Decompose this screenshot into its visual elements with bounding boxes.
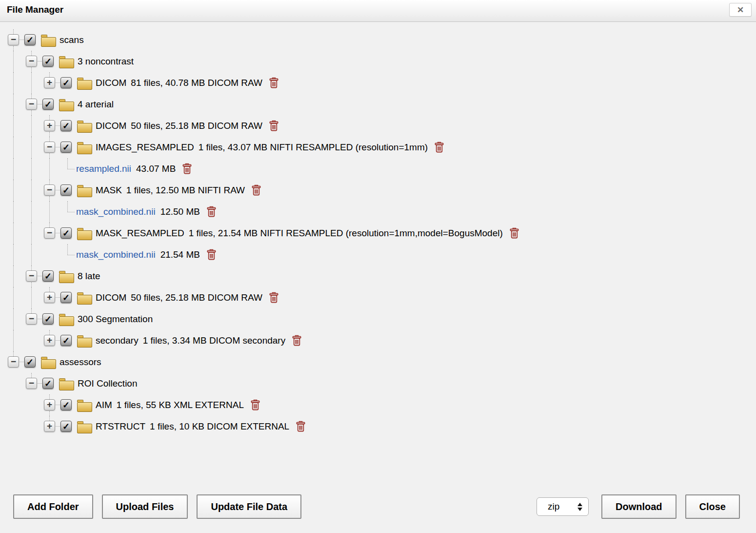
tree-guide-line	[31, 266, 32, 270]
tree-guide-line	[13, 137, 14, 158]
expander-plus-button[interactable]: +	[44, 120, 55, 131]
expander-plus-button[interactable]: +	[44, 77, 55, 88]
expander-plus-button[interactable]: +	[44, 292, 55, 303]
tree-guide-line	[49, 223, 50, 227]
checkbox[interactable]: ✓	[60, 227, 72, 239]
tree-guide-line	[31, 67, 32, 72]
tree-guide-line	[56, 297, 60, 298]
tree-guide-line	[67, 212, 75, 212]
checkbox[interactable]: ✓	[24, 356, 36, 368]
tree-guide-line	[56, 340, 60, 341]
expander-minus-button[interactable]: −	[26, 313, 37, 325]
row-text: mask_combined.nii21.54 MB	[76, 244, 217, 266]
trash-icon[interactable]	[269, 77, 279, 89]
format-select[interactable]: zip	[537, 497, 589, 516]
checkbox[interactable]: ✓	[60, 399, 72, 410]
trash-icon[interactable]	[269, 292, 279, 304]
checkbox[interactable]: ✓	[60, 120, 72, 131]
checkbox[interactable]: ✓	[42, 56, 54, 67]
checkbox[interactable]: ✓	[42, 270, 54, 282]
file-link[interactable]: resampled.nii	[76, 164, 131, 174]
tree-guide-line	[56, 147, 60, 147]
folder-meta: 50 files, 25.18 MB DICOM RAW	[131, 121, 262, 131]
row-text: IMAGES_RESAMPLED1 files, 43.07 MB NIFTI …	[96, 137, 444, 158]
close-button[interactable]: ✕	[729, 3, 752, 17]
expander-plus-button[interactable]: +	[44, 335, 55, 346]
checkbox[interactable]: ✓	[60, 142, 72, 153]
tree-guide-line	[49, 196, 50, 201]
tree-guide-line	[38, 276, 42, 276]
checkbox[interactable]: ✓	[42, 99, 54, 110]
tree-guide-line	[56, 82, 60, 83]
tree-guide-line	[49, 330, 50, 335]
expander-minus-button[interactable]: −	[26, 378, 37, 389]
folder-icon	[77, 402, 92, 412]
checkbox[interactable]: ✓	[60, 77, 72, 88]
expander-minus-button[interactable]: −	[44, 142, 55, 153]
checkbox[interactable]: ✓	[60, 335, 72, 346]
tree-guide-line	[49, 411, 50, 416]
tree-guide-line	[49, 394, 50, 399]
checkbox[interactable]: ✓	[42, 313, 54, 325]
trash-icon[interactable]	[509, 227, 519, 239]
checkbox[interactable]: ✓	[24, 34, 36, 45]
tree-guide-line	[31, 158, 32, 180]
tree-guide-line	[38, 319, 42, 319]
tree-guide-line	[67, 255, 75, 255]
file-size: 12.50 MB	[160, 206, 200, 217]
expander-minus-button[interactable]: −	[26, 99, 37, 110]
folder-label: assessors	[60, 357, 101, 368]
update-file-data-button[interactable]: Update File Data	[197, 494, 301, 519]
trash-icon[interactable]	[434, 142, 444, 153]
folder-row: −✓4 arterial	[0, 94, 756, 115]
folder-meta: 1 files, 3.34 MB DICOM secondary	[143, 335, 286, 346]
folder-row: −✓scans	[0, 29, 756, 51]
folder-meta: 1 files, 12.50 MB NIFTI RAW	[126, 185, 245, 196]
folder-row: +✓DICOM50 files, 25.18 MB DICOM RAW	[0, 287, 756, 308]
trash-icon[interactable]	[296, 421, 306, 432]
tree-guide-line	[31, 180, 32, 201]
trash-icon[interactable]	[250, 399, 260, 411]
expander-minus-button[interactable]: −	[44, 227, 55, 239]
tree-guide-line	[38, 104, 42, 104]
checkbox[interactable]: ✓	[60, 184, 72, 196]
file-link[interactable]: mask_combined.nii	[76, 249, 156, 260]
download-button[interactable]: Download	[601, 494, 676, 519]
trash-icon[interactable]	[251, 184, 261, 196]
tree-guide-line	[67, 158, 68, 169]
tree-guide-line	[20, 362, 24, 362]
checkbox[interactable]: ✓	[60, 421, 72, 432]
trash-icon[interactable]	[206, 249, 217, 261]
tree-guide-line	[49, 158, 50, 180]
checkbox[interactable]: ✓	[60, 292, 72, 303]
file-link[interactable]: mask_combined.nii	[76, 206, 156, 217]
upload-files-button[interactable]: Upload Files	[102, 494, 188, 519]
checkbox[interactable]: ✓	[42, 378, 54, 389]
folder-row: +✓AIM1 files, 55 KB XML EXTERNAL	[0, 394, 756, 416]
trash-icon[interactable]	[292, 335, 302, 347]
trash-icon[interactable]	[206, 206, 217, 218]
expander-plus-button[interactable]: +	[44, 421, 55, 432]
row-text: MASK_RESAMPLED1 files, 21.54 MB NIFTI RE…	[96, 223, 519, 244]
tree-guide-line	[31, 110, 32, 115]
folder-meta: 1 files, 55 KB XML EXTERNAL	[117, 400, 244, 410]
expander-minus-button[interactable]: −	[26, 270, 37, 282]
tree-guide-line	[13, 115, 14, 137]
expander-minus-button[interactable]: −	[8, 356, 19, 368]
tree-guide-line	[31, 201, 32, 223]
expander-minus-button[interactable]: −	[8, 34, 19, 45]
expander-minus-button[interactable]: −	[44, 184, 55, 196]
close-dialog-button[interactable]: Close	[685, 494, 740, 519]
expander-minus-button[interactable]: −	[26, 56, 37, 67]
expander-plus-button[interactable]: +	[44, 399, 55, 410]
tree-guide-line	[13, 287, 14, 308]
add-folder-button[interactable]: Add Folder	[13, 494, 93, 519]
file-size: 43.07 MB	[136, 164, 176, 174]
row-text: secondary1 files, 3.34 MB DICOM secondar…	[96, 330, 302, 351]
folder-label: secondary	[96, 335, 139, 346]
trash-icon[interactable]	[182, 163, 192, 175]
folder-icon	[77, 123, 92, 133]
tree-guide-line	[49, 180, 50, 184]
trash-icon[interactable]	[269, 120, 279, 132]
folder-label: 300 Segmentation	[78, 314, 153, 325]
